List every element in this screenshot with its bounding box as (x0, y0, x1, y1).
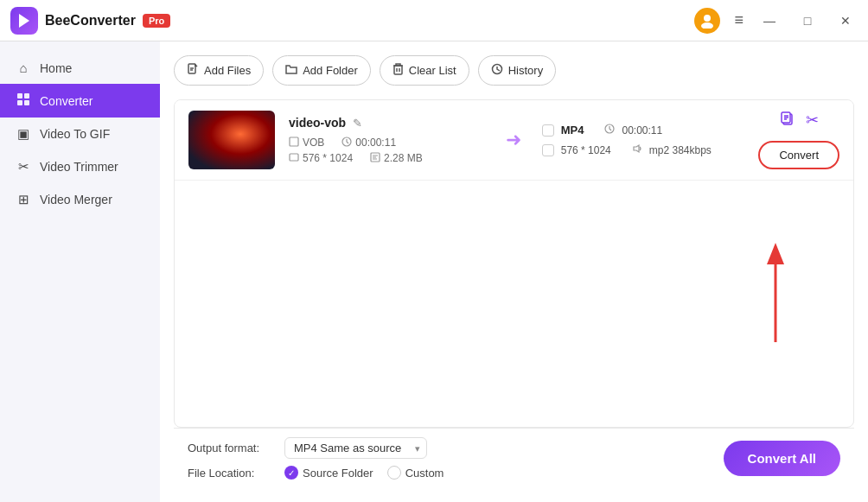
sidebar: ⌂ Home Converter ▣ Video To GIF ✂ Video … (0, 41, 160, 502)
copy-settings-icon[interactable] (780, 111, 795, 130)
source-size: 2.28 MB (384, 152, 423, 164)
source-resolution: 576 * 1024 (303, 152, 353, 164)
location-radio-group: Source Folder Custom (284, 466, 444, 480)
file-location-label: File Location: (188, 467, 274, 480)
svg-rect-4 (24, 93, 29, 98)
file-name: video-vob (289, 116, 346, 130)
output-format-checkbox[interactable] (542, 124, 554, 137)
custom-option[interactable]: Custom (387, 466, 444, 480)
bottom-bar: Output format: MP4 Same as source File L… (174, 428, 854, 488)
clock-icon (341, 137, 352, 149)
minimize-button[interactable]: — (757, 9, 782, 33)
output-info: MP4 00:00:11 576 * 1024 (535, 124, 745, 156)
svg-marker-0 (19, 14, 29, 28)
history-label: History (508, 64, 543, 77)
output-format: MP4 (561, 124, 584, 137)
clear-list-label: Clear List (409, 64, 456, 77)
pro-badge: Pro (143, 14, 170, 28)
format-icon (289, 137, 299, 149)
bottom-left: Output format: MP4 Same as source File L… (188, 437, 706, 480)
source-format: VOB (303, 137, 324, 149)
svg-rect-15 (290, 137, 298, 146)
resolution-icon (289, 152, 299, 164)
table-row: video-vob ✎ VOB (175, 100, 853, 181)
sidebar-item-video-trimmer[interactable]: ✂ Video Trimmer (0, 150, 160, 183)
svg-rect-6 (24, 100, 29, 105)
arrow-col: ➜ (492, 129, 535, 151)
output-clock-icon (604, 124, 615, 137)
merge-icon: ⊞ (16, 192, 31, 207)
main-layout: ⌂ Home Converter ▣ Video To GIF ✂ Video … (0, 41, 868, 502)
convert-arrow-icon: ➜ (506, 129, 521, 151)
avatar[interactable] (694, 8, 720, 34)
sidebar-item-label: Converter (40, 94, 93, 108)
svg-rect-3 (17, 93, 22, 98)
output-resolution: 576 * 1024 (561, 144, 611, 156)
title-bar-actions: ≡ — □ ✕ (694, 8, 858, 34)
app-logo (10, 7, 38, 35)
format-select-wrapper: MP4 Same as source (284, 437, 427, 459)
sidebar-item-label: Video To GIF (40, 127, 110, 141)
source-folder-radio-checked (284, 466, 298, 480)
size-icon (370, 152, 380, 164)
gif-icon: ▣ (16, 126, 31, 142)
sidebar-item-label: Video Trimmer (40, 160, 118, 174)
app-name: BeeConverter (45, 13, 136, 29)
output-format-label: Output format: (188, 442, 274, 454)
file-thumbnail (188, 111, 275, 169)
add-folder-button[interactable]: Add Folder (272, 55, 371, 86)
svg-rect-11 (394, 66, 402, 74)
sidebar-item-label: Video Merger (40, 193, 112, 207)
sidebar-item-converter[interactable]: Converter (0, 84, 160, 118)
clear-icon (393, 63, 404, 78)
sidebar-item-video-merger[interactable]: ⊞ Video Merger (0, 183, 160, 216)
file-list-area: video-vob ✎ VOB (174, 99, 854, 428)
maximize-button[interactable]: □ (795, 9, 820, 33)
svg-rect-17 (290, 154, 298, 161)
title-bar: BeeConverter Pro ≡ — □ ✕ (0, 0, 868, 41)
output-audio: mp2 384kbps (649, 144, 712, 156)
file-location-row: File Location: Source Folder Custom (188, 466, 706, 480)
clear-list-button[interactable]: Clear List (380, 55, 469, 86)
convert-all-button[interactable]: Convert All (724, 441, 840, 476)
source-duration: 00:00:11 (355, 137, 396, 149)
svg-rect-5 (17, 100, 22, 105)
add-files-icon (187, 63, 199, 78)
svg-marker-23 (634, 145, 639, 152)
edit-icon[interactable]: ✎ (353, 117, 362, 130)
trim-icon: ✂ (16, 159, 31, 175)
annotation-arrow (750, 238, 801, 354)
history-button[interactable]: History (478, 55, 556, 86)
scissors-icon[interactable]: ✂ (806, 111, 819, 130)
output-resolution-checkbox[interactable] (542, 144, 554, 156)
custom-label: Custom (405, 467, 444, 480)
toolbar: Add Files Add Folder (174, 55, 854, 86)
source-folder-option[interactable]: Source Folder (284, 466, 373, 480)
output-duration: 00:00:11 (622, 124, 662, 137)
svg-point-1 (704, 15, 711, 22)
output-volume-icon (632, 143, 642, 156)
history-icon (491, 63, 503, 78)
close-button[interactable]: ✕ (833, 9, 858, 33)
output-format-row: Output format: MP4 Same as source (188, 437, 706, 459)
add-folder-icon (285, 63, 297, 78)
custom-radio-empty (387, 466, 401, 480)
convert-button[interactable]: Convert (758, 141, 839, 169)
home-icon: ⌂ (16, 60, 31, 75)
add-files-button[interactable]: Add Files (174, 55, 264, 86)
source-folder-label: Source Folder (303, 467, 373, 480)
sidebar-item-home[interactable]: ⌂ Home (0, 52, 160, 84)
svg-marker-30 (767, 243, 784, 264)
sidebar-item-video-to-gif[interactable]: ▣ Video To GIF (0, 118, 160, 150)
menu-icon[interactable]: ≡ (734, 11, 744, 29)
content-area: Add Files Add Folder (160, 41, 868, 502)
add-files-label: Add Files (204, 64, 251, 77)
output-format-select[interactable]: MP4 Same as source (284, 437, 427, 459)
svg-point-2 (701, 22, 713, 29)
add-folder-label: Add Folder (303, 64, 358, 77)
source-info: video-vob ✎ VOB (289, 116, 492, 164)
converter-icon (16, 92, 31, 109)
action-col: ✂ Convert (758, 111, 839, 169)
sidebar-item-label: Home (40, 61, 72, 75)
